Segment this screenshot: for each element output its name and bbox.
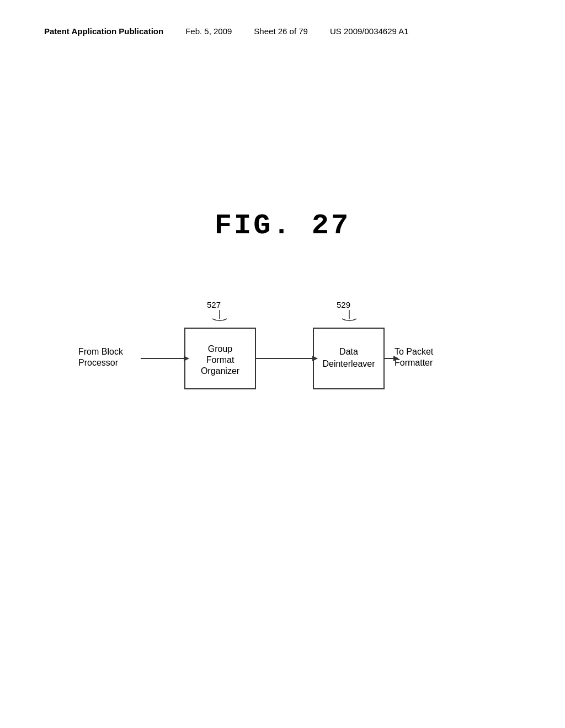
page-header: Patent Application Publication Feb. 5, 2… xyxy=(44,26,521,36)
header-date: Feb. 5, 2009 xyxy=(185,26,232,36)
box-527-text-line1: Group xyxy=(208,344,233,354)
box-527-text-line3: Organizer xyxy=(201,366,240,376)
label-from-block-line1: From Block xyxy=(78,347,124,356)
figure-title: FIG. 27 xyxy=(215,210,350,242)
diagram-svg: 527 529 Group Format Organizer Data Dein… xyxy=(44,292,521,513)
ref-529-label: 529 xyxy=(337,300,350,309)
header-sheet: Sheet 26 of 79 xyxy=(254,26,308,36)
box-529-text-line1: Data xyxy=(339,347,358,356)
box-527-text-line2: Format xyxy=(206,355,234,365)
publication-label: Patent Application Publication xyxy=(44,26,163,36)
header-patent-number: US 2009/0034629 A1 xyxy=(330,26,409,36)
label-to-packet-line1: To Packet xyxy=(395,347,434,356)
label-to-packet-line2: Formatter xyxy=(395,358,433,367)
box-529-text-line2: Deinterleaver xyxy=(322,359,375,368)
patent-page: Patent Application Publication Feb. 5, 2… xyxy=(0,0,565,728)
label-from-block-line2: Processor xyxy=(78,358,119,367)
diagram-area: 527 529 Group Format Organizer Data Dein… xyxy=(44,292,521,513)
ref-527-label: 527 xyxy=(207,300,221,309)
box-529 xyxy=(313,328,384,389)
